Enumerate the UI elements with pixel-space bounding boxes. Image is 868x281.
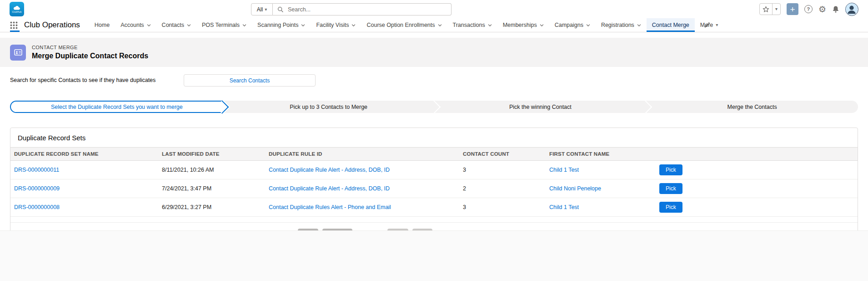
tab-label: Scanning Points	[257, 22, 298, 28]
favorites-dropdown-icon[interactable]: ▾	[772, 4, 780, 15]
chevron-down-icon	[637, 24, 641, 26]
help-icon[interactable]: ?	[804, 5, 813, 13]
path-step-select-record-sets[interactable]: Select the Duplicate Record Sets you wan…	[10, 101, 223, 113]
favorites-control: ▾	[759, 3, 781, 15]
tab-scanning-points[interactable]: Scanning Points	[252, 18, 311, 32]
chevron-down-icon	[438, 24, 442, 26]
table-row: DRS-0000000011 8/11/2021, 10:26 AM Conta…	[10, 161, 858, 179]
card-title: Duplicate Record Sets	[10, 128, 858, 147]
object-type-label: CONTACT MERGE	[32, 45, 148, 50]
caret-down-icon: ▾	[265, 7, 267, 12]
tab-campaigns[interactable]: Campaigns	[549, 18, 596, 32]
global-add-icon[interactable]: +	[787, 3, 798, 15]
path-step-label: Pick the winning Contact	[509, 104, 572, 110]
search-scope-selector[interactable]: All ▾	[251, 3, 273, 15]
favorites-star-icon[interactable]	[760, 6, 772, 13]
search-contacts-button[interactable]: Search Contacts	[184, 74, 316, 87]
tab-label: Course Option Enrollments	[366, 22, 435, 28]
chevron-down-icon	[242, 24, 246, 26]
setup-gear-icon[interactable]: ⚙	[818, 5, 826, 14]
merge-path: Select the Duplicate Record Sets you wan…	[10, 101, 858, 113]
record-set-link[interactable]: DRS-0000000011	[14, 167, 59, 173]
contact-count: 3	[459, 161, 546, 179]
pick-button[interactable]: Pick	[659, 202, 682, 213]
duplicate-record-sets-card: Duplicate Record Sets DUPLICATE RECORD S…	[10, 128, 858, 247]
search-input[interactable]	[287, 6, 447, 13]
pick-button[interactable]: Pick	[659, 164, 682, 175]
contact-count: 3	[459, 198, 546, 217]
chevron-down-icon	[147, 24, 151, 26]
tab-label: Accounts	[120, 22, 144, 28]
search-box	[273, 3, 452, 15]
chevron-down-icon	[586, 24, 590, 26]
user-avatar[interactable]	[845, 3, 858, 16]
tab-label: Facility Visits	[316, 22, 349, 28]
global-header: ClubHub All ▾ ▾	[0, 0, 868, 18]
duplicate-rule-link[interactable]: Contact Duplicate Rule Alert - Address, …	[269, 167, 390, 173]
path-step-pick-contacts[interactable]: Pick up to 3 Contacts to Merge	[223, 101, 435, 113]
tab-course-option-enrollments[interactable]: Course Option Enrollments	[361, 18, 447, 32]
tab-label: Home	[95, 22, 110, 28]
first-contact-link[interactable]: Child Noni Penelope	[549, 185, 601, 192]
nav-active-indicator	[10, 31, 20, 32]
record-set-link[interactable]: DRS-0000000009	[14, 185, 60, 192]
caret-down-icon: ▾	[716, 23, 718, 27]
contact-search-label: Search for specific Contacts to see if t…	[10, 77, 156, 83]
first-contact-link[interactable]: Child 1 Test	[549, 204, 579, 210]
duplicate-rule-link[interactable]: Contact Duplicate Rules Alert - Phone an…	[269, 204, 391, 210]
cloud-logo-icon	[13, 5, 20, 10]
page-footer-area	[0, 230, 868, 281]
pick-button[interactable]: Pick	[659, 183, 682, 194]
tab-label: Registrations	[601, 22, 634, 28]
chevron-down-icon	[540, 24, 544, 26]
path-step-pick-winner[interactable]: Pick the winning Contact	[435, 101, 647, 113]
tab-label: Campaigns	[555, 22, 583, 28]
path-step-label: Merge the Contacts	[728, 104, 777, 110]
contact-search-row: Search for specific Contacts to see if t…	[10, 74, 858, 87]
empty-row	[10, 217, 858, 223]
first-contact-link[interactable]: Child 1 Test	[549, 167, 579, 173]
app-logo: ClubHub	[10, 2, 24, 16]
tab-contact-merge[interactable]: Contact Merge	[647, 18, 695, 32]
page-title: Merge Duplicate Contact Records	[32, 52, 148, 60]
last-modified-date: 8/11/2021, 10:26 AM	[158, 161, 265, 179]
tab-label: Memberships	[503, 22, 537, 28]
tab-label: POS Terminals	[202, 22, 240, 28]
app-nav-bar: Club Operations Home Accounts Contacts P…	[0, 18, 868, 32]
path-step-label: Select the Duplicate Record Sets you wan…	[51, 104, 183, 110]
search-icon	[277, 6, 284, 13]
tab-facility-visits[interactable]: Facility Visits	[311, 18, 361, 32]
chevron-down-icon	[351, 24, 356, 26]
path-step-label: Pick up to 3 Contacts to Merge	[290, 104, 367, 110]
tab-memberships[interactable]: Memberships	[497, 18, 549, 32]
contact-count: 2	[459, 179, 546, 198]
chevron-down-icon	[488, 24, 492, 26]
column-header: LAST MODIFIED DATE	[158, 148, 265, 161]
edit-nav-pencil-icon[interactable]	[704, 22, 710, 28]
contact-merge-object-icon	[10, 45, 26, 61]
tab-home[interactable]: Home	[89, 18, 115, 32]
tab-pos-terminals[interactable]: POS Terminals	[196, 18, 252, 32]
duplicate-rule-link[interactable]: Contact Duplicate Rule Alert - Address, …	[269, 185, 390, 192]
column-header: DUPLICATE RULE ID	[265, 148, 459, 161]
path-step-merge[interactable]: Merge the Contacts	[646, 101, 858, 113]
column-header: DUPLICATE RECORD SET NAME	[10, 148, 158, 161]
tab-registrations[interactable]: Registrations	[596, 18, 647, 32]
column-header-actions	[656, 148, 858, 161]
tab-accounts[interactable]: Accounts	[115, 18, 156, 32]
page-header: CONTACT MERGE Merge Duplicate Contact Re…	[0, 38, 868, 67]
tab-label: Contact Merge	[652, 22, 689, 28]
app-name: Club Operations	[24, 20, 80, 30]
duplicate-record-sets-table: DUPLICATE RECORD SET NAME LAST MODIFIED …	[10, 147, 858, 223]
tab-contacts[interactable]: Contacts	[156, 18, 196, 32]
global-search: All ▾	[251, 3, 452, 15]
table-header-row: DUPLICATE RECORD SET NAME LAST MODIFIED …	[10, 148, 858, 161]
record-set-link[interactable]: DRS-0000000008	[14, 204, 60, 210]
notifications-bell-icon[interactable]	[832, 5, 839, 13]
tab-transactions[interactable]: Transactions	[447, 18, 497, 32]
last-modified-date: 6/29/2021, 3:27 PM	[158, 198, 265, 217]
column-header: FIRST CONTACT NAME	[546, 148, 656, 161]
header-actions: ▾ + ? ⚙	[759, 3, 858, 15]
nav-tabs: Home Accounts Contacts POS Terminals Sca…	[89, 18, 724, 32]
app-launcher-icon[interactable]	[10, 21, 18, 29]
